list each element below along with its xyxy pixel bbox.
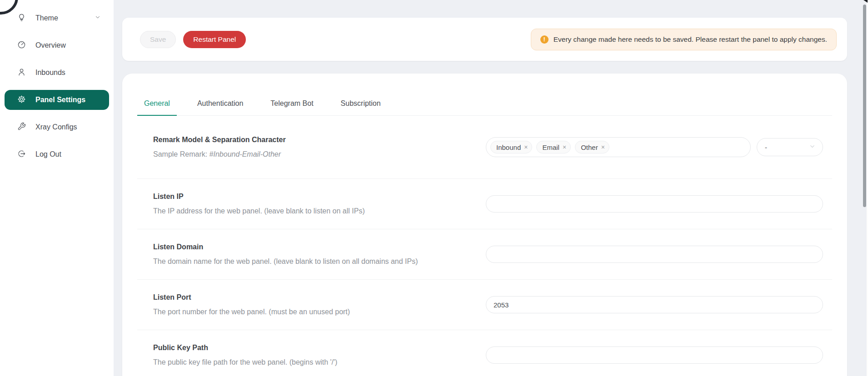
listen-ip-input[interactable] <box>486 195 823 213</box>
toolbar-card: Save Restart Panel ! Every change made h… <box>122 18 847 61</box>
listen-ip-label: Listen IP <box>153 192 365 201</box>
listen-port-desc: The port number for the web panel. (must… <box>153 307 350 317</box>
listen-ip-row: Listen IP The IP address for the web pan… <box>137 179 832 229</box>
settings-rows: Remark Model & Separation Character Samp… <box>137 116 832 376</box>
sidebar-item-label: Theme <box>35 14 58 22</box>
sample-remark-value: #Inbound-Email-Other <box>210 150 281 158</box>
remark-model-tags-input[interactable]: Inbound × Email × Other × <box>486 137 751 157</box>
sidebar-item-label: Inbounds <box>35 69 65 77</box>
row-right <box>486 246 823 263</box>
tag-label: Email <box>542 143 559 151</box>
settings-tabs: General Authentication Telegram Bot Subs… <box>137 99 832 116</box>
main-content: Save Restart Panel ! Every change made h… <box>114 0 868 376</box>
public-key-path-input[interactable] <box>486 346 823 364</box>
tag-other: Other × <box>575 141 609 153</box>
listen-domain-row: Listen Domain The domain name for the we… <box>137 229 832 280</box>
listen-port-label: Listen Port <box>153 293 350 302</box>
sidebar-item-xray-configs[interactable]: Xray Configs <box>5 117 109 137</box>
chevron-down-icon <box>809 143 816 151</box>
sidebar-item-label: Xray Configs <box>35 123 77 131</box>
remove-tag-icon[interactable]: × <box>524 143 528 151</box>
remove-tag-icon[interactable]: × <box>563 143 566 151</box>
separator-select[interactable]: - <box>757 138 823 156</box>
sidebar-item-label: Overview <box>35 41 66 49</box>
remark-model-label: Remark Model & Separation Character <box>153 135 286 144</box>
scrollbar-thumb[interactable] <box>863 5 866 207</box>
row-right: Inbound × Email × Other × - <box>486 137 823 157</box>
remark-model-desc: Sample Remark: #Inbound-Email-Other <box>153 150 286 159</box>
tab-authentication[interactable]: Authentication <box>190 99 250 115</box>
sidebar-item-inbounds[interactable]: Inbounds <box>5 63 109 83</box>
public-key-path-desc: The public key file path for the web pan… <box>153 358 337 367</box>
public-key-path-row: Public Key Path The public key file path… <box>137 330 832 376</box>
remark-model-row: Remark Model & Separation Character Samp… <box>137 116 832 179</box>
gauge-icon <box>17 40 26 51</box>
sidebar-item-label: Panel Settings <box>35 96 85 104</box>
restart-warning-alert: ! Every change made here needs to be sav… <box>531 29 837 50</box>
row-left: Listen IP The IP address for the web pan… <box>153 192 365 216</box>
listen-domain-label: Listen Domain <box>153 242 418 252</box>
sidebar-item-log-out[interactable]: Log Out <box>5 144 109 164</box>
alert-text: Every change made here needs to be saved… <box>554 35 827 44</box>
listen-ip-desc: The IP address for the web panel. (leave… <box>153 207 365 216</box>
row-left: Public Key Path The public key file path… <box>153 343 337 367</box>
tag-label: Inbound <box>496 143 521 151</box>
user-icon <box>17 68 26 78</box>
sidebar-item-overview[interactable]: Overview <box>5 35 109 55</box>
restart-panel-button[interactable]: Restart Panel <box>183 31 246 48</box>
listen-domain-input[interactable] <box>486 246 823 263</box>
mouse-cursor <box>863 0 868 3</box>
gear-icon <box>17 95 26 105</box>
logout-icon <box>17 149 26 160</box>
listen-port-input[interactable] <box>486 296 823 313</box>
row-left: Listen Port The port number for the web … <box>153 293 350 317</box>
sidebar-item-label: Log Out <box>35 150 61 158</box>
tab-subscription[interactable]: Subscription <box>334 99 388 115</box>
tab-general[interactable]: General <box>137 99 177 115</box>
sidebar-item-panel-settings[interactable]: Panel Settings <box>5 90 109 110</box>
row-right <box>486 296 823 313</box>
tag-email: Email × <box>536 141 571 153</box>
separator-select-value: - <box>765 143 767 151</box>
sidebar: Theme Overview Inbounds Panel Settings X… <box>0 0 114 376</box>
warning-icon: ! <box>540 35 549 44</box>
sidebar-item-theme[interactable]: Theme <box>5 8 109 28</box>
sample-remark-prefix: Sample Remark: <box>153 150 210 158</box>
row-right <box>486 195 823 213</box>
listen-port-row: Listen Port The port number for the web … <box>137 280 832 330</box>
row-left: Remark Model & Separation Character Samp… <box>153 135 286 159</box>
tag-label: Other <box>581 143 598 151</box>
panel-settings-card: General Authentication Telegram Bot Subs… <box>122 74 847 376</box>
lightbulb-icon <box>17 13 26 24</box>
save-button[interactable]: Save <box>140 31 176 48</box>
row-right <box>486 346 823 364</box>
tab-telegram-bot[interactable]: Telegram Bot <box>264 99 320 115</box>
listen-domain-desc: The domain name for the web panel. (leav… <box>153 257 418 266</box>
row-left: Listen Domain The domain name for the we… <box>153 242 418 266</box>
tag-inbound: Inbound × <box>490 141 532 153</box>
chevron-down-icon <box>95 14 101 22</box>
public-key-path-label: Public Key Path <box>153 343 337 352</box>
remove-tag-icon[interactable]: × <box>601 143 605 151</box>
wrench-icon <box>17 122 26 133</box>
